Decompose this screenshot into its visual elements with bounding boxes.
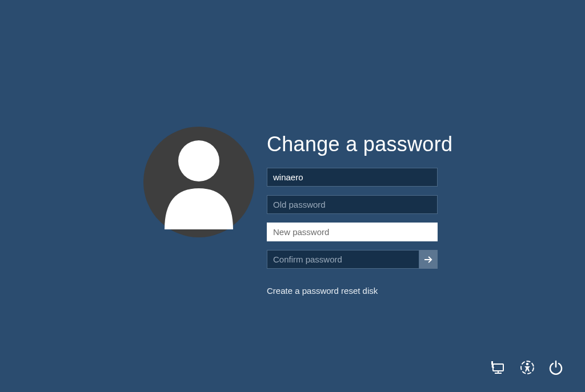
user-avatar xyxy=(143,127,254,237)
ease-of-access-icon xyxy=(520,360,535,375)
page-title: Change a password xyxy=(267,132,452,156)
network-icon xyxy=(491,360,506,375)
svg-rect-4 xyxy=(491,361,493,365)
person-icon xyxy=(156,135,242,229)
password-reset-disk-link[interactable]: Create a password reset disk xyxy=(267,286,378,296)
power-icon xyxy=(548,360,563,375)
confirm-password-input[interactable] xyxy=(267,250,419,269)
network-button[interactable] xyxy=(491,360,506,375)
ease-of-access-button[interactable] xyxy=(520,360,535,375)
svg-rect-1 xyxy=(493,364,503,371)
username-input[interactable] xyxy=(267,168,438,187)
old-password-input[interactable] xyxy=(267,195,438,214)
arrow-right-icon xyxy=(423,254,434,265)
power-button[interactable] xyxy=(548,360,563,375)
new-password-input[interactable] xyxy=(267,223,438,241)
submit-button[interactable] xyxy=(419,250,438,269)
svg-point-0 xyxy=(178,140,219,181)
svg-point-8 xyxy=(526,363,529,366)
